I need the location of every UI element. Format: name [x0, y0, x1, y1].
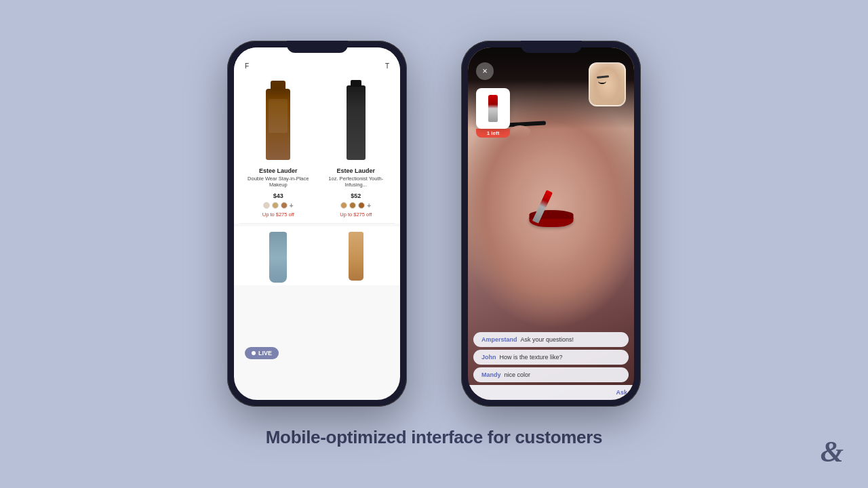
live-label: LIVE	[258, 350, 272, 357]
phone-left: F T Estee Lauder Double Wear Stay-in-Pla…	[227, 41, 407, 407]
chat-text-0: Ask your questions!	[521, 336, 574, 343]
phones-container: F T Estee Lauder Double Wear Stay-in-Pla…	[227, 41, 641, 407]
eye-socket	[510, 125, 530, 138]
bottle-icon-1	[266, 89, 290, 160]
swatch-add-1[interactable]: +	[290, 202, 294, 209]
chat-overlay: Amperstand Ask your questions! John How …	[468, 328, 634, 400]
product-name-2: 1oz. Perfectionist Youth-Infusing...	[323, 176, 390, 190]
product-image-2	[329, 81, 383, 162]
chat-message-0: Amperstand Ask your questions!	[473, 332, 629, 347]
presenter-face	[590, 64, 625, 105]
chat-username-1: John	[481, 354, 496, 361]
products-grid: Estee Lauder Double Wear Stay-in-Place M…	[234, 75, 400, 224]
presenter-eye	[598, 79, 606, 84]
page-caption: Mobile-optimized interface for customers	[266, 427, 603, 448]
phone-right: × 1 left	[461, 41, 641, 407]
live-badge[interactable]: LIVE	[245, 347, 279, 359]
phone-notch-right	[521, 41, 582, 53]
peek-card-1	[239, 229, 317, 285]
product-price-2: $52	[323, 192, 390, 199]
phone-notch-left	[287, 41, 348, 53]
chat-input-area: Ask	[468, 385, 634, 400]
chat-message-1: John How is the texture like?	[473, 350, 629, 365]
swatch-2-3[interactable]	[358, 202, 365, 209]
swatch-1-3[interactable]	[281, 202, 288, 209]
close-icon: ×	[482, 66, 488, 75]
caption-text: Mobile-optimized interface for customers	[266, 427, 603, 447]
ask-button[interactable]: Ask	[616, 389, 627, 396]
product-brand-2: Estee Lauder	[323, 167, 390, 174]
ampersand-icon: &	[821, 435, 844, 468]
brand-logo: &	[821, 434, 844, 469]
chat-text-1: How is the texture like?	[500, 354, 563, 361]
chat-text-2: nice color	[505, 371, 531, 378]
mini-lipstick-icon	[488, 95, 498, 122]
product-discount-1: Up to $275 off	[245, 211, 312, 218]
product-discount-2: Up to $275 off	[323, 211, 390, 218]
peek-card-2	[317, 229, 395, 285]
color-swatches-1[interactable]: +	[245, 202, 312, 209]
swatch-add-2[interactable]: +	[367, 202, 371, 209]
chat-username-2: Mandy	[481, 371, 501, 378]
header-left: F	[245, 62, 249, 70]
product-price-1: $43	[245, 192, 312, 199]
swatch-1-2[interactable]	[272, 202, 279, 209]
swatch-1-1[interactable]	[263, 202, 270, 209]
swatch-2-1[interactable]	[340, 202, 347, 209]
chat-input[interactable]	[475, 389, 610, 396]
product-card-1[interactable]: Estee Lauder Double Wear Stay-in-Place M…	[239, 75, 317, 224]
left-badge: 1 left	[476, 129, 510, 138]
chat-message-2: Mandy nice color	[473, 367, 629, 382]
product-overlay[interactable]: 1 left	[476, 88, 510, 138]
header-right: T	[385, 62, 389, 70]
close-button[interactable]: ×	[476, 62, 494, 80]
live-video-bg: × 1 left	[468, 47, 634, 400]
foundation-bottle	[349, 232, 363, 281]
product-image-1	[251, 81, 305, 162]
product-card-2[interactable]: Estee Lauder 1oz. Perfectionist Youth-In…	[317, 75, 395, 224]
serum-bottle	[269, 232, 287, 283]
products-peek	[234, 226, 400, 285]
product-name-1: Double Wear Stay-in-Place Makeup	[245, 176, 312, 190]
swatch-2-2[interactable]	[349, 202, 356, 209]
color-swatches-2[interactable]: +	[323, 202, 390, 209]
chat-messages: Amperstand Ask your questions! John How …	[468, 328, 634, 382]
product-thumbnail[interactable]	[476, 88, 510, 129]
presenter-thumbnail[interactable]	[589, 62, 626, 106]
bottle-icon-2	[347, 85, 366, 160]
live-dot	[252, 351, 256, 355]
chat-username-0: Amperstand	[481, 336, 517, 343]
product-brand-1: Estee Lauder	[245, 167, 312, 174]
